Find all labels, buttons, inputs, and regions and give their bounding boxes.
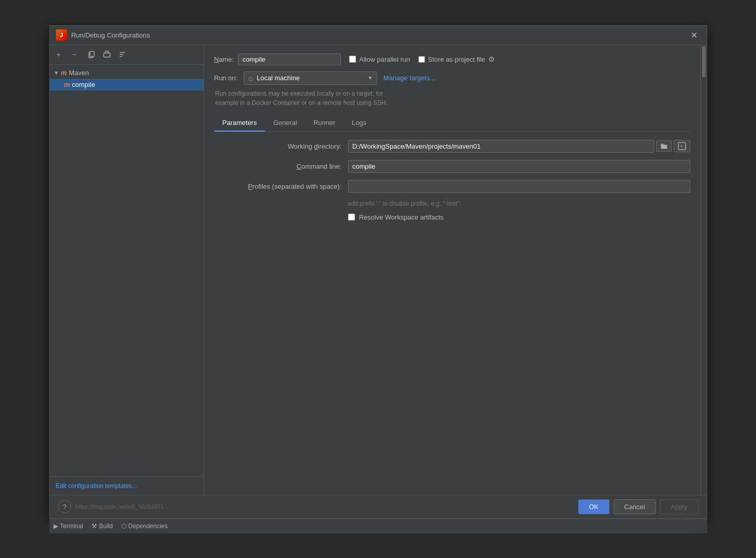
- resolve-workspace-checkbox[interactable]: [348, 213, 355, 221]
- help-button[interactable]: ?: [58, 500, 71, 513]
- command-line-label: Command line:: [214, 163, 348, 170]
- terminal-icon: ▶: [53, 523, 58, 530]
- insert-macro-button[interactable]: +: [674, 140, 690, 152]
- parallel-run-group: Allow parallel run: [349, 56, 410, 63]
- info-line-2: example in a Docker Container or on a re…: [215, 98, 690, 107]
- footer-left: ? https://blog.csdn.net/m0_50292871: [58, 500, 164, 513]
- svg-text:−: −: [72, 50, 76, 59]
- cancel-button[interactable]: Cancel: [614, 499, 656, 514]
- profiles-input[interactable]: [348, 180, 690, 193]
- tab-parameters[interactable]: Parameters: [214, 115, 265, 132]
- tab-general[interactable]: General: [265, 115, 305, 132]
- maven-item-icon: m: [64, 81, 70, 88]
- dependencies-icon: ⬡: [121, 523, 126, 530]
- footer-url: https://blog.csdn.net/m0_50292871: [76, 503, 164, 510]
- store-project-file-label: Store as project file: [428, 56, 485, 63]
- add-config-button[interactable]: +: [54, 49, 67, 60]
- svg-text:+: +: [680, 143, 683, 149]
- browse-folder-button[interactable]: [656, 140, 672, 152]
- profiles-row: Profiles (separated with space):: [214, 180, 690, 193]
- name-input[interactable]: [238, 53, 341, 65]
- edit-templates-link[interactable]: Edit configuration templates...: [56, 482, 137, 490]
- working-directory-input[interactable]: [348, 140, 654, 153]
- sidebar: + −: [50, 45, 204, 495]
- right-scrollbar[interactable]: [700, 45, 707, 495]
- resolve-workspace-row: Resolve Workspace artifacts: [214, 213, 690, 221]
- move-to-group-button[interactable]: [100, 49, 114, 60]
- apply-button[interactable]: Apply: [660, 499, 698, 514]
- home-icon: ⌂: [248, 74, 252, 82]
- sidebar-toolbar: + −: [50, 45, 204, 65]
- status-dependencies[interactable]: ⬡ Dependencies: [121, 523, 168, 530]
- build-label: Build: [99, 523, 113, 530]
- tabs-bar: Parameters General Runner Logs: [214, 115, 690, 132]
- sidebar-footer: Edit configuration templates...: [50, 476, 204, 495]
- run-on-label: Run on:: [214, 74, 238, 82]
- store-settings-button[interactable]: ⚙: [488, 55, 495, 63]
- allow-parallel-label: Allow parallel run: [359, 56, 410, 63]
- terminal-label: Terminal: [60, 523, 83, 530]
- close-button[interactable]: ✕: [688, 29, 700, 41]
- copy-config-button[interactable]: [85, 49, 98, 60]
- tree-item-compile-label: compile: [72, 81, 95, 88]
- status-bar: ▶ Terminal ⚒ Build ⬡ Dependencies: [49, 519, 707, 533]
- dialog-body: + −: [50, 45, 707, 495]
- status-terminal[interactable]: ▶ Terminal: [53, 523, 83, 530]
- svg-text:+: +: [57, 50, 61, 59]
- main-content: Name: Allow parallel run Store as projec…: [204, 45, 700, 495]
- tab-runner[interactable]: Runner: [305, 115, 344, 132]
- profiles-label: Profiles (separated with space):: [214, 183, 348, 190]
- working-directory-row: Working directory: +: [214, 140, 690, 153]
- command-line-input[interactable]: [348, 160, 690, 173]
- name-label: Name:: [214, 56, 234, 63]
- store-project-file-group: Store as project file ⚙: [418, 55, 495, 63]
- allow-parallel-checkbox[interactable]: [349, 56, 356, 63]
- title-bar: J Run/Debug Configurations ✕: [50, 26, 707, 45]
- working-directory-label: Working directory:: [214, 142, 348, 150]
- tab-logs[interactable]: Logs: [344, 115, 375, 132]
- app-icon: J: [56, 29, 67, 41]
- info-line-1: Run configurations may be executed local…: [215, 89, 690, 98]
- name-section: Name:: [214, 53, 341, 65]
- build-icon: ⚒: [91, 523, 97, 530]
- dialog-footer: ? https://blog.csdn.net/m0_50292871 OK C…: [50, 495, 707, 518]
- footer-buttons: OK Cancel Apply: [578, 499, 698, 514]
- local-machine-label: Local machine: [257, 74, 300, 82]
- sort-button[interactable]: [116, 49, 129, 60]
- tree-group-maven: ▼ m Maven m compile: [50, 67, 204, 91]
- chevron-icon: ▼: [54, 70, 59, 76]
- dropdown-arrow-icon: ▼: [367, 75, 373, 81]
- run-on-row: Run on: ⌂ Local machine ▼ Manage targets…: [214, 71, 690, 85]
- working-dir-group: +: [348, 140, 690, 153]
- header-row: Name: Allow parallel run Store as projec…: [214, 53, 690, 65]
- store-project-file-checkbox[interactable]: [418, 56, 425, 63]
- status-build[interactable]: ⚒ Build: [91, 523, 113, 530]
- tree-parent-maven[interactable]: ▼ m Maven: [50, 67, 204, 79]
- sidebar-tree: ▼ m Maven m compile: [50, 65, 204, 476]
- tree-item-compile[interactable]: m compile: [50, 79, 204, 91]
- svg-rect-4: [104, 53, 110, 57]
- run-on-dropdown[interactable]: ⌂ Local machine ▼: [244, 71, 377, 85]
- tab-content-parameters: Working directory: +: [214, 140, 690, 489]
- remove-config-button[interactable]: −: [69, 49, 83, 60]
- ok-button[interactable]: OK: [578, 499, 610, 514]
- maven-group-icon: m: [61, 69, 67, 77]
- scrollbar-thumb: [702, 46, 706, 77]
- dependencies-label: Dependencies: [128, 523, 168, 530]
- resolve-workspace-label: Resolve Workspace artifacts: [359, 213, 444, 221]
- maven-group-label: Maven: [69, 69, 89, 77]
- manage-targets-link[interactable]: Manage targets...: [383, 74, 435, 82]
- command-line-row: Command line:: [214, 160, 690, 173]
- profiles-hint: add prefix '-' to disable profile, e.g. …: [214, 200, 690, 207]
- run-on-info: Run configurations may be executed local…: [214, 89, 690, 107]
- svg-rect-3: [90, 51, 94, 57]
- dialog-title: Run/Debug Configurations: [71, 31, 150, 39]
